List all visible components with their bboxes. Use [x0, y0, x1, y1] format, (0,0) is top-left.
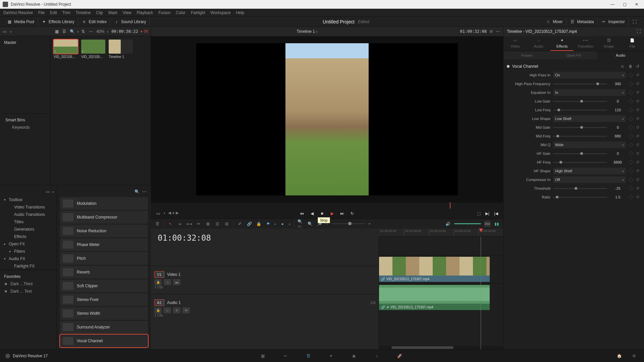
inspector-tab-image[interactable]: 🖼Image — [597, 36, 621, 51]
fx-list-item[interactable]: Vocal Channel — [60, 335, 148, 347]
loop-button[interactable]: ↻ — [349, 210, 355, 217]
sound-library-toggle[interactable]: ♪ Sound Library — [110, 17, 150, 26]
overwrite-tool[interactable]: ⊡ — [214, 221, 220, 227]
reset-button[interactable]: ↺ — [636, 169, 641, 173]
keyframe-button[interactable] — [629, 116, 633, 121]
dynamic-trim-tool[interactable]: ⟷ — [186, 221, 192, 227]
param-slider[interactable] — [553, 162, 607, 163]
solo-button[interactable]: S — [173, 307, 180, 313]
reset-button[interactable]: ↺ — [636, 160, 641, 165]
keyframe-button[interactable] — [629, 151, 633, 156]
menu-help[interactable]: Help — [236, 10, 244, 15]
inspector-subtab-audio[interactable]: Audio — [597, 51, 644, 59]
match-frame-button[interactable]: ▭ — [155, 210, 161, 217]
keyframe-button[interactable] — [629, 99, 633, 104]
color-page-icon[interactable]: ◉ — [349, 352, 359, 360]
inspector-tab-file[interactable]: 📄File — [621, 36, 644, 51]
viewer-timeline-dropdown[interactable] — [316, 29, 318, 34]
fx-list-item[interactable]: Modulation — [60, 197, 148, 210]
zoom-in-icon[interactable]: + — [368, 222, 371, 226]
fx-tree-item[interactable]: ▾Audio FX — [0, 255, 57, 262]
next-frame-button[interactable]: ⏭ — [339, 210, 345, 217]
param-select[interactable]: Wide — [553, 141, 626, 148]
fx-panel-icon[interactable]: ▭ — [46, 189, 50, 194]
reset-button[interactable]: ↺ — [636, 90, 641, 95]
meters-icon[interactable]: ▮▮ — [494, 221, 500, 227]
edit-page-icon[interactable]: ☰ — [304, 352, 313, 360]
go-first-button[interactable]: ⏮ — [299, 210, 305, 217]
viewer-area[interactable] — [151, 36, 503, 202]
media-pool-toggle[interactable]: ▦ Media Pool — [3, 17, 38, 26]
menu-trim[interactable]: Trim — [62, 10, 70, 15]
param-slider[interactable] — [553, 188, 607, 189]
param-select[interactable]: High Shelf — [553, 168, 626, 174]
param-slider[interactable] — [553, 197, 607, 198]
keyframe-button[interactable] — [629, 177, 633, 182]
param-value[interactable]: 110 — [610, 108, 626, 112]
fx-options-icon[interactable]: ⋯ — [142, 189, 146, 194]
volume-icon[interactable]: 🔊 — [445, 221, 451, 227]
timeline-ruler[interactable]: 01:00:00:0001:00:08:0001:00:16:0001:00:2… — [379, 229, 503, 237]
keyframe-button[interactable] — [629, 134, 633, 138]
selection-tool[interactable]: ↖ — [167, 221, 173, 227]
search-dropdown[interactable] — [77, 29, 79, 34]
prev-edit-button[interactable]: |◀ — [493, 210, 499, 217]
audio-lock-icon[interactable]: 🔒 — [154, 307, 162, 313]
mute-button[interactable]: M — [182, 307, 190, 313]
reset-button[interactable]: ↺ — [636, 108, 641, 112]
menu-davinci-resolve[interactable]: DaVinci Resolve — [3, 10, 33, 15]
prev-frame-button[interactable]: ◀ — [309, 210, 315, 217]
settings-icon[interactable]: ⚙ — [629, 352, 639, 360]
menu-edit[interactable]: Edit — [50, 10, 57, 15]
menu-fairlight[interactable]: Fairlight — [191, 10, 205, 15]
flag-icon[interactable]: ⚑ — [265, 221, 271, 227]
minimize-button[interactable]: — — [608, 1, 617, 8]
favorite-item[interactable]: ★Dark ...Third — [0, 280, 57, 288]
zoom-slider[interactable] — [331, 223, 365, 224]
keyframe-button[interactable] — [629, 90, 633, 95]
trim-tool[interactable]: ⫤ — [177, 221, 183, 227]
reset-button[interactable]: ↺ — [636, 177, 641, 182]
param-select[interactable]: Off — [553, 176, 626, 183]
blade-tool[interactable]: ✂ — [196, 221, 202, 227]
video-clip[interactable]: 🔗VID_20210513_175307.mp4 — [379, 257, 490, 282]
reset-button[interactable]: ↺ — [636, 151, 641, 156]
keyframe-button[interactable] — [629, 108, 633, 112]
inspector-tab-effects[interactable]: ✦Effects — [550, 36, 574, 51]
track-lock-icon[interactable]: 🔒 — [154, 279, 162, 285]
param-slider[interactable] — [553, 110, 607, 111]
audio-auto-select[interactable]: ◇ — [164, 307, 171, 313]
fx-list-item[interactable]: Stereo Width — [60, 307, 148, 320]
inspector-tab-video[interactable]: ▭Video — [503, 36, 527, 51]
media-thumbnail[interactable]: ♪VID_202105... — [54, 40, 78, 59]
fx-tree-item[interactable]: Effects — [0, 233, 57, 240]
sort-icon[interactable]: ⇅ — [82, 29, 86, 34]
source-zoom[interactable]: 40% — [96, 29, 104, 34]
next-edit-button[interactable]: ▶| — [484, 210, 490, 217]
fx-list-item[interactable]: Stereo Fixer — [60, 293, 148, 306]
fx-tree-item[interactable]: Generators — [0, 226, 57, 233]
effect-enable-dot[interactable] — [507, 65, 509, 68]
effect-delete-icon[interactable]: 🗑 — [629, 64, 633, 69]
smart-bin-keywords[interactable]: Keywords — [5, 124, 45, 131]
marker-icon[interactable]: ● — [279, 221, 285, 227]
fx-list-item[interactable]: Phase Meter — [60, 238, 148, 251]
fx-search-icon[interactable]: 🔍 — [135, 189, 140, 194]
fx-tree-item[interactable]: ▸Filters — [0, 248, 57, 255]
audio-track-badge[interactable]: A1 — [154, 299, 164, 306]
inspector-tab-transition[interactable]: ⟷Transition — [574, 36, 597, 51]
reset-button[interactable]: ↺ — [636, 116, 641, 121]
param-value[interactable]: 0 — [610, 125, 626, 129]
reset-button[interactable]: ↺ — [636, 81, 641, 86]
detail-zoom-icon[interactable]: 🔍 — [307, 221, 313, 227]
bin-master[interactable]: Master — [3, 39, 47, 46]
zoom-to-fit-icon[interactable]: 🔍▭ — [298, 221, 304, 227]
reset-button[interactable]: ↺ — [636, 142, 641, 147]
keyframe-button[interactable] — [629, 125, 633, 130]
razor-icon[interactable]: ✐ — [237, 221, 243, 227]
favorite-item[interactable]: ★Dark ... Text — [0, 288, 57, 295]
fusion-page-icon[interactable]: ✦ — [326, 352, 336, 360]
param-select[interactable]: In — [553, 89, 626, 96]
replace-tool[interactable]: ⊟ — [224, 221, 230, 227]
inspector-expand-icon[interactable]: ⛶ — [637, 29, 641, 34]
